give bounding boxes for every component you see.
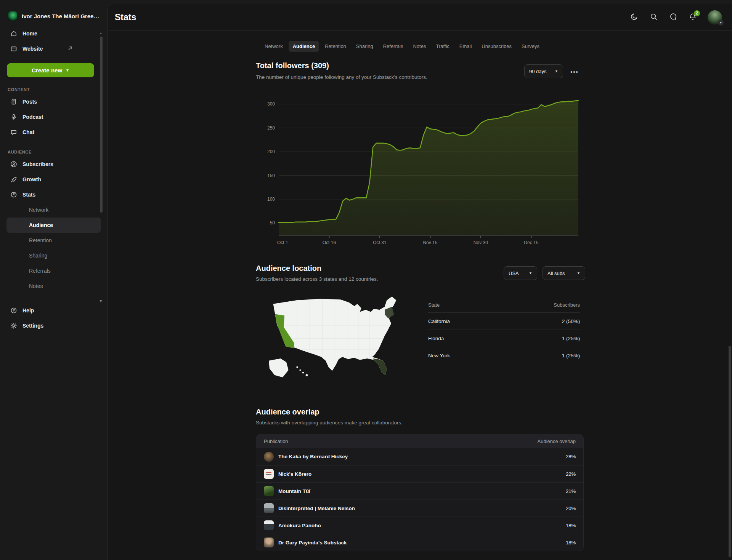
notification-badge: 2 xyxy=(694,10,700,16)
sidebar-item-stats[interactable]: Stats xyxy=(0,187,108,202)
publication-avatar xyxy=(264,486,274,496)
top-bar: Stats 2 ▼ xyxy=(108,4,732,31)
chevron-down-icon: ▼ xyxy=(555,69,558,73)
publication-avatar xyxy=(264,520,274,530)
sidebar-subitem-audience[interactable]: Audience xyxy=(6,218,101,233)
sidebar-item-growth[interactable]: Growth xyxy=(0,172,108,187)
us-map xyxy=(265,293,412,382)
more-options-button[interactable]: ••• xyxy=(566,66,583,77)
sidebar-item-podcast[interactable]: Podcast xyxy=(0,109,108,125)
tab-audience[interactable]: Audience xyxy=(289,41,319,52)
sidebar: Ivor Jones The Māori Gree… Home Website … xyxy=(0,0,108,560)
tab-network[interactable]: Network xyxy=(260,41,287,52)
sidebar-subitem-retention[interactable]: Retention xyxy=(6,233,101,248)
overlap-table-header: Publication Audience overlap xyxy=(256,434,583,448)
publication-avatar xyxy=(264,503,274,513)
sidebar-item-website[interactable]: Website xyxy=(0,41,108,56)
theme-toggle-button[interactable] xyxy=(630,13,639,22)
tab-notes[interactable]: Notes xyxy=(409,41,430,52)
sidebar-item-help[interactable]: Help xyxy=(0,303,108,318)
sidebar-subitem-network[interactable]: Network xyxy=(6,202,101,218)
tab-unsubscribes[interactable]: Unsubscribes xyxy=(477,41,516,52)
chat-bubble-icon xyxy=(10,129,17,136)
sidebar-item-label: Podcast xyxy=(22,114,43,120)
page-scrollbar[interactable] xyxy=(729,346,731,557)
followers-subtitle: The number of unique people following an… xyxy=(256,74,427,80)
date-range-select[interactable]: 90 days ▼ xyxy=(524,64,563,78)
publication-row[interactable]: Nick's Kōrero22% xyxy=(256,465,583,482)
country-select[interactable]: USA ▼ xyxy=(504,266,537,280)
location-title: Audience location xyxy=(256,264,321,273)
sidebar-subitem-notes[interactable]: Notes xyxy=(6,278,101,294)
sidebar-item-chat[interactable]: Chat xyxy=(0,125,108,140)
hawaii-shape xyxy=(296,366,308,376)
svg-text:Oct 31: Oct 31 xyxy=(373,240,387,245)
sidebar-item-settings[interactable]: Settings xyxy=(0,318,108,333)
moon-icon xyxy=(630,13,639,22)
publication-row[interactable]: Amokura Panoho18% xyxy=(256,517,583,534)
pie-chart-icon xyxy=(10,191,17,198)
stats-subnav: NetworkAudienceRetentionSharingReferrals… xyxy=(0,202,108,294)
help-icon xyxy=(10,307,17,314)
workspace-avatar xyxy=(8,11,17,21)
sidebar-scroll-up-arrow[interactable]: ▲ xyxy=(99,31,103,35)
sidebar-subitem-sharing[interactable]: Sharing xyxy=(6,248,101,263)
svg-text:100: 100 xyxy=(267,197,275,202)
date-range-value: 90 days xyxy=(529,69,547,74)
sidebar-item-posts[interactable]: Posts xyxy=(0,94,108,109)
subscriber-filter-value: All subs xyxy=(547,270,565,276)
states-table-header: State Subscribers xyxy=(428,298,580,313)
tab-email[interactable]: Email xyxy=(455,41,476,52)
svg-text:Dec 15: Dec 15 xyxy=(524,240,538,245)
browser-window-icon xyxy=(10,45,17,52)
tab-traffic[interactable]: Traffic xyxy=(432,41,453,52)
alaska-shape xyxy=(269,358,289,378)
chevron-down-icon: ▼ xyxy=(718,20,724,26)
publication-name: Mountain Tūī xyxy=(278,488,310,494)
search-button[interactable] xyxy=(649,13,658,22)
sidebar-subitem-referrals[interactable]: Referrals xyxy=(6,263,101,278)
overlap-percentage: 18% xyxy=(566,523,576,528)
create-new-button[interactable]: Create new ▼ xyxy=(7,63,94,77)
tab-retention[interactable]: Retention xyxy=(321,41,350,52)
workspace-switcher[interactable]: Ivor Jones The Māori Gree… xyxy=(0,0,108,26)
svg-text:50: 50 xyxy=(270,220,275,226)
external-link-icon xyxy=(67,45,73,53)
state-name: Florida xyxy=(428,336,444,341)
person-circle-icon xyxy=(10,161,17,168)
main-panel: Stats 2 ▼ NetworkAudie xyxy=(108,4,732,560)
publication-row[interactable]: Disinterpreted | Melanie Nelson20% xyxy=(256,499,583,517)
florida-state[interactable] xyxy=(373,358,387,375)
chevron-down-icon: ▼ xyxy=(529,271,532,275)
publication-avatar xyxy=(264,452,274,462)
substack-stats-dashboard: Ivor Jones The Māori Gree… Home Website … xyxy=(0,0,732,560)
svg-text:Oct 1: Oct 1 xyxy=(277,240,288,245)
tab-sharing[interactable]: Sharing xyxy=(352,41,377,52)
create-new-label: Create new xyxy=(32,67,62,74)
state-row: California2 (50%) xyxy=(428,313,580,330)
sidebar-item-subscribers[interactable]: Subscribers xyxy=(0,157,108,172)
overlap-title: Audience overlap xyxy=(256,408,319,416)
sidebar-item-home[interactable]: Home xyxy=(0,26,108,41)
publication-name: Disinterpreted | Melanie Nelson xyxy=(278,506,355,511)
svg-text:Oct 16: Oct 16 xyxy=(323,240,336,245)
sidebar-scroll-down-arrow[interactable]: ▼ xyxy=(99,299,103,303)
search-icon xyxy=(650,13,658,22)
sidebar-item-label: Stats xyxy=(22,192,35,198)
subscriber-filter-select[interactable]: All subs ▼ xyxy=(543,266,585,280)
publication-row[interactable]: Dr Gary Payinda's Substack18% xyxy=(256,534,583,551)
publication-row[interactable]: The Kākā by Bernard Hickey28% xyxy=(256,448,583,465)
publication-row[interactable]: Mountain Tūī21% xyxy=(256,482,583,499)
state-subscriber-count: 2 (50%) xyxy=(562,318,580,324)
page-title: Stats xyxy=(115,12,136,22)
tab-surveys[interactable]: Surveys xyxy=(517,41,544,52)
user-avatar[interactable]: ▼ xyxy=(708,10,722,25)
messages-button[interactable] xyxy=(669,13,678,22)
chevron-down-icon: ▼ xyxy=(577,271,580,275)
chevron-down-icon: ▼ xyxy=(66,68,69,72)
state-column-header: State xyxy=(428,302,440,308)
tab-referrals[interactable]: Referrals xyxy=(379,41,408,52)
sidebar-scrollbar[interactable] xyxy=(100,37,103,213)
country-value: USA xyxy=(509,270,519,276)
notifications-button[interactable]: 2 xyxy=(688,13,697,22)
